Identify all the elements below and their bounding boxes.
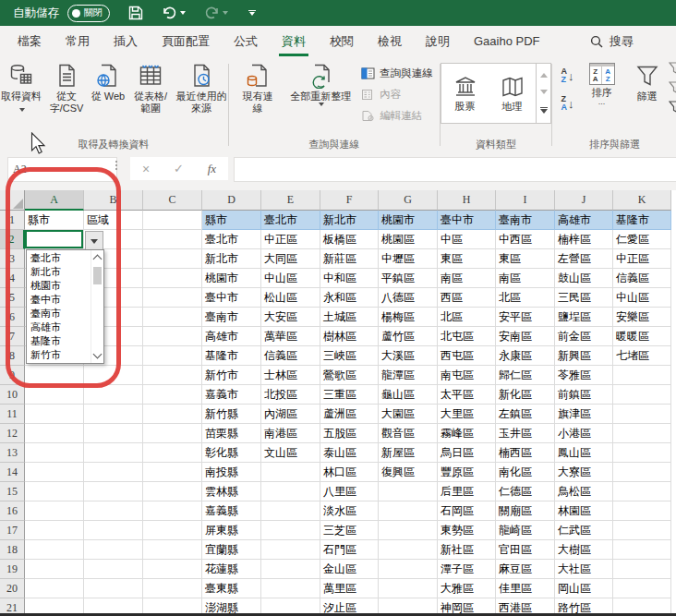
dropdown-item-基隆市[interactable]: 基隆市: [27, 334, 91, 348]
dropdown-item-臺北市[interactable]: 臺北市: [27, 251, 91, 265]
cell-I10[interactable]: 新化區: [496, 385, 555, 405]
cell-C2[interactable]: [143, 230, 202, 249]
cell-G15[interactable]: [379, 482, 438, 501]
sort-button[interactable]: ZA AZ 排序 ...: [580, 60, 624, 107]
cell-J5[interactable]: 三民區: [555, 288, 613, 308]
tab-校閱[interactable]: 校閱: [318, 26, 366, 56]
cell-J9[interactable]: 苓雅區: [555, 366, 613, 385]
dropdown-item-新北市[interactable]: 新北市: [27, 265, 91, 279]
cell-H7[interactable]: 北屯區: [438, 327, 496, 346]
cell-C16[interactable]: [143, 501, 202, 521]
cell-A15[interactable]: [25, 482, 84, 501]
cell-D4[interactable]: 桃園市: [202, 269, 261, 288]
cell-D1[interactable]: 縣市: [202, 211, 261, 230]
formula-input[interactable]: [234, 157, 676, 182]
cell-C17[interactable]: [143, 521, 202, 540]
cell-J11[interactable]: 旗津區: [555, 405, 613, 424]
cell-I7[interactable]: 安南區: [496, 327, 555, 346]
cell-E8[interactable]: 信義區: [261, 346, 320, 366]
cell-H13[interactable]: 烏日區: [438, 443, 496, 463]
tab-檔案[interactable]: 檔案: [6, 26, 54, 56]
cell-E12[interactable]: 南港區: [261, 424, 320, 443]
column-header-J[interactable]: J: [555, 190, 613, 211]
column-header-I[interactable]: I: [496, 190, 555, 211]
cell-I18[interactable]: 官田區: [496, 540, 555, 560]
scroll-up-icon[interactable]: [93, 255, 103, 264]
gallery-more-button[interactable]: [540, 107, 548, 115]
cell-F11[interactable]: 蘆洲區: [320, 405, 379, 424]
cell-A11[interactable]: [25, 405, 84, 424]
cell-A13[interactable]: [25, 443, 84, 463]
cell-E9[interactable]: 士林區: [261, 366, 320, 385]
cell-H15[interactable]: 后里區: [438, 482, 496, 501]
cell-J14[interactable]: 大寮區: [555, 463, 613, 482]
sort-descending-button[interactable]: ZA ↓: [561, 95, 574, 112]
cell-A1[interactable]: 縣市: [25, 211, 84, 230]
dropdown-item-桃園市[interactable]: 桃園市: [27, 279, 91, 293]
cell-H20[interactable]: 大雅區: [438, 579, 496, 598]
cell-G17[interactable]: [379, 521, 438, 540]
row-header-2[interactable]: 2: [0, 230, 25, 249]
row-header-5[interactable]: 5: [0, 288, 25, 308]
enter-button[interactable]: ✓: [174, 162, 184, 175]
cell-I16[interactable]: 關廟區: [496, 501, 555, 521]
cell-F20[interactable]: 萬里區: [320, 579, 379, 598]
cell-B1[interactable]: 區域: [84, 211, 143, 230]
row-header-3[interactable]: 3: [0, 249, 25, 269]
cell-K20[interactable]: [613, 579, 671, 598]
cell-G11[interactable]: 大園區: [379, 405, 438, 424]
row-header-18[interactable]: 18: [0, 540, 25, 560]
cell-A16[interactable]: [25, 501, 84, 521]
cell-G16[interactable]: [379, 501, 438, 521]
dropdown-item-新竹市[interactable]: 新竹市: [27, 348, 91, 362]
save-button[interactable]: [128, 6, 143, 20]
cell-E11[interactable]: 內湖區: [261, 405, 320, 424]
cancel-button[interactable]: ×: [142, 162, 150, 176]
cell-C10[interactable]: [143, 385, 202, 405]
cell-D20[interactable]: 臺東縣: [202, 579, 261, 598]
cell-E4[interactable]: 中山區: [261, 269, 320, 288]
cell-F9[interactable]: 鶯歌區: [320, 366, 379, 385]
cell-A18[interactable]: [25, 540, 84, 560]
autosave-toggle[interactable]: 關閉: [67, 5, 110, 22]
cell-I12[interactable]: 玉井區: [496, 424, 555, 443]
tab-頁面配置[interactable]: 頁面配置: [150, 26, 222, 56]
column-header-H[interactable]: H: [438, 190, 496, 211]
row-header-6[interactable]: 6: [0, 308, 25, 327]
stocks-button[interactable]: 股票: [441, 64, 489, 123]
cell-H1[interactable]: 臺中市: [438, 211, 496, 230]
cell-K1[interactable]: 基隆市: [613, 211, 671, 230]
column-header-K[interactable]: K: [613, 190, 671, 211]
geography-button[interactable]: 地理: [489, 64, 536, 123]
column-header-D[interactable]: D: [202, 190, 261, 211]
cell-D19[interactable]: 花蓮縣: [202, 560, 261, 579]
cell-C12[interactable]: [143, 424, 202, 443]
row-header-13[interactable]: 13: [0, 443, 25, 463]
dropdown-scrollbar[interactable]: [91, 250, 103, 363]
cell-I2[interactable]: 中西區: [496, 230, 555, 249]
cell-I15[interactable]: 仁德區: [496, 482, 555, 501]
cell-H19[interactable]: 潭子區: [438, 560, 496, 579]
cell-K6[interactable]: 安樂區: [613, 308, 671, 327]
select-all-corner[interactable]: [0, 190, 25, 211]
name-box[interactable]: A2: [7, 157, 117, 182]
cell-G7[interactable]: 蘆竹區: [379, 327, 438, 346]
cell-G14[interactable]: 復興區: [379, 463, 438, 482]
cell-D3[interactable]: 新北市: [202, 249, 261, 269]
cell-D6[interactable]: 臺南市: [202, 308, 261, 327]
cell-F2[interactable]: 板橋區: [320, 230, 379, 249]
tab-常用[interactable]: 常用: [54, 26, 102, 56]
cell-H2[interactable]: 中區: [438, 230, 496, 249]
cell-G2[interactable]: 桃園區: [379, 230, 438, 249]
cell-A2[interactable]: [25, 230, 84, 249]
cell-H16[interactable]: 石岡區: [438, 501, 496, 521]
cell-F10[interactable]: 三重區: [320, 385, 379, 405]
search-box[interactable]: 搜尋: [590, 26, 634, 56]
cell-D10[interactable]: 嘉義市: [202, 385, 261, 405]
cell-E5[interactable]: 松山區: [261, 288, 320, 308]
cell-I19[interactable]: 麻豆區: [496, 560, 555, 579]
queries-connections-button[interactable]: 查詢與連線: [361, 66, 433, 81]
cell-K17[interactable]: [613, 521, 671, 540]
cell-B12[interactable]: [84, 424, 143, 443]
cell-F18[interactable]: 石門區: [320, 540, 379, 560]
